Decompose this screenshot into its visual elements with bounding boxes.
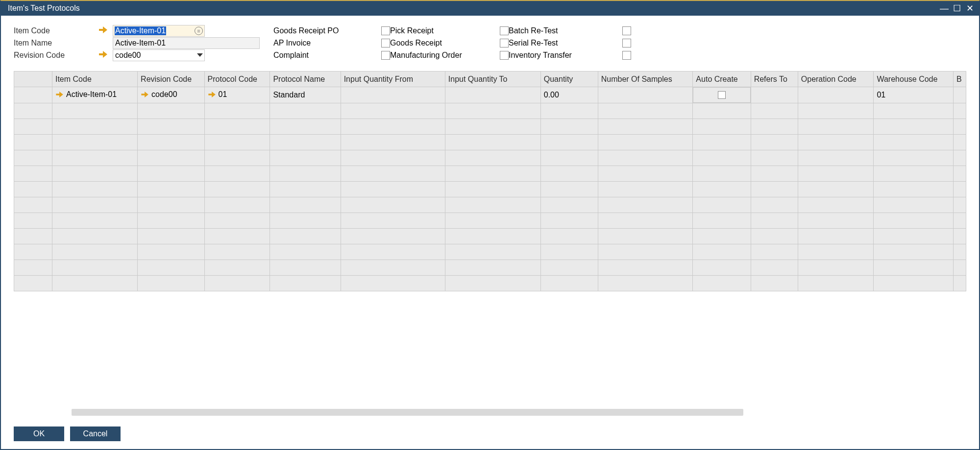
goods-receipt-checkbox[interactable] xyxy=(500,39,509,47)
ok-button[interactable]: OK xyxy=(14,426,64,441)
cancel-button[interactable]: Cancel xyxy=(70,426,121,441)
table-row[interactable] xyxy=(14,166,966,182)
horizontal-scrollbar[interactable] xyxy=(72,409,743,416)
revision-code-select[interactable] xyxy=(113,49,205,61)
table-row[interactable] xyxy=(14,244,966,260)
window-title: Item's Test Protocols xyxy=(8,4,80,13)
col-auto-create[interactable]: Auto Create xyxy=(693,71,751,87)
table-row[interactable]: Active-Item-01code0001Standard0.0001 xyxy=(14,87,966,103)
table-header-row: Item Code Revision Code Protocol Code Pr… xyxy=(14,71,966,87)
ap-invoice-label: AP Invoice xyxy=(273,39,381,47)
item-code-selection: Active-Item-01 xyxy=(115,26,166,35)
link-arrow-icon[interactable] xyxy=(99,51,113,60)
item-name-label: Item Name xyxy=(14,39,99,47)
serial-retest-label: Serial Re-Test xyxy=(509,39,622,47)
close-icon[interactable]: ✕ xyxy=(963,4,976,13)
protocols-table: Item Code Revision Code Protocol Code Pr… xyxy=(14,71,966,416)
table-row[interactable] xyxy=(14,150,966,166)
col-protocol-code[interactable]: Protocol Code xyxy=(204,71,270,87)
link-arrow-icon[interactable] xyxy=(56,92,63,97)
pick-receipt-checkbox[interactable] xyxy=(500,26,509,35)
pick-receipt-label: Pick Receipt xyxy=(390,26,500,35)
complaint-label: Complaint xyxy=(273,51,381,60)
titlebar: Item's Test Protocols — ☐ ✕ xyxy=(1,1,979,16)
col-operation-code[interactable]: Operation Code xyxy=(798,71,874,87)
table-row[interactable] xyxy=(14,229,966,244)
table-row[interactable] xyxy=(14,213,966,229)
inventory-transfer-checkbox[interactable] xyxy=(622,51,631,60)
table-row[interactable] xyxy=(14,135,966,150)
batch-retest-checkbox[interactable] xyxy=(622,26,631,35)
table-row[interactable] xyxy=(14,197,966,213)
goods-receipt-label: Goods Receipt xyxy=(390,39,500,47)
col-b[interactable]: B xyxy=(953,71,966,87)
table-row[interactable] xyxy=(14,276,966,291)
chevron-down-icon[interactable] xyxy=(196,51,204,60)
col-input-qty-to[interactable]: Input Quantity To xyxy=(445,71,540,87)
window: Item's Test Protocols — ☐ ✕ Item Code Ac… xyxy=(0,0,980,450)
revision-code-label: Revision Code xyxy=(14,51,99,60)
col-num-samples[interactable]: Number Of Samples xyxy=(598,71,693,87)
item-code-label: Item Code xyxy=(14,26,99,35)
minimize-icon[interactable]: — xyxy=(938,4,951,13)
col-input-qty-from[interactable]: Input Quantity From xyxy=(341,71,445,87)
complaint-checkbox[interactable] xyxy=(381,51,390,60)
serial-retest-checkbox[interactable] xyxy=(622,39,631,47)
link-arrow-icon[interactable] xyxy=(208,92,216,97)
table-row[interactable] xyxy=(14,182,966,197)
link-arrow-icon[interactable] xyxy=(141,92,148,97)
link-arrow-icon[interactable] xyxy=(99,26,113,35)
col-refers-to[interactable]: Refers To xyxy=(751,71,798,87)
col-protocol-name[interactable]: Protocol Name xyxy=(270,71,341,87)
auto-create-checkbox[interactable] xyxy=(718,91,726,99)
maximize-icon[interactable]: ☐ xyxy=(951,4,963,13)
table-row[interactable] xyxy=(14,103,966,119)
col-item-code[interactable]: Item Code xyxy=(52,71,137,87)
batch-retest-label: Batch Re-Test xyxy=(509,26,622,35)
col-rownum[interactable] xyxy=(14,71,52,87)
ap-invoice-checkbox[interactable] xyxy=(381,39,390,47)
col-warehouse-code[interactable]: Warehouse Code xyxy=(874,71,953,87)
goods-receipt-po-checkbox[interactable] xyxy=(381,26,390,35)
inventory-transfer-label: Inventory Transfer xyxy=(509,51,622,60)
table-row[interactable] xyxy=(14,260,966,276)
item-code-picker-icon[interactable] xyxy=(195,26,203,35)
col-revision-code[interactable]: Revision Code xyxy=(138,71,204,87)
table-row[interactable] xyxy=(14,119,966,135)
item-name-input[interactable] xyxy=(113,37,260,49)
manufacturing-order-checkbox[interactable] xyxy=(500,51,509,60)
goods-receipt-po-label: Goods Receipt PO xyxy=(273,26,381,35)
manufacturing-order-label: Manufacturing Order xyxy=(390,51,500,60)
col-quantity[interactable]: Quantity xyxy=(540,71,598,87)
